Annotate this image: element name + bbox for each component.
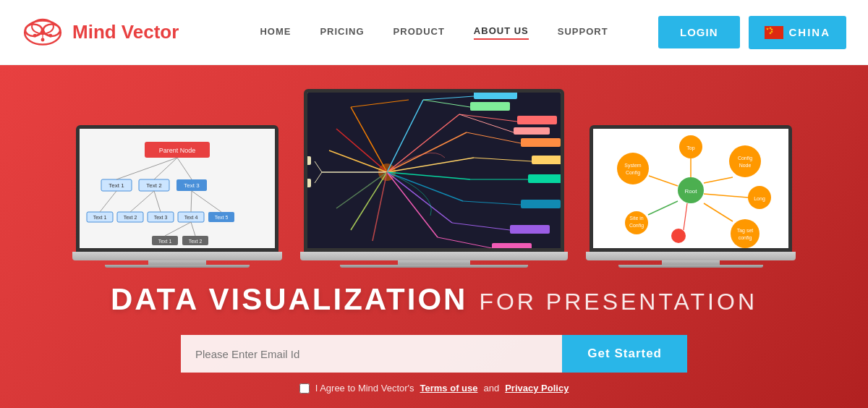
- laptop-center-screen: [304, 89, 564, 252]
- main-nav: HOME PRICING PRODUCT ABOUT US SUPPORT: [210, 25, 658, 40]
- china-label: ChInA: [789, 26, 831, 38]
- terms-of-use-link[interactable]: Terms of use: [420, 383, 478, 394]
- laptop-left-screen: Parent Node Text 1 Text 2 Text 3: [76, 125, 278, 252]
- email-input[interactable]: [181, 335, 562, 373]
- svg-text:Site in: Site in: [629, 216, 644, 221]
- svg-text:Text 3: Text 3: [154, 215, 168, 220]
- svg-text:Text 2: Text 2: [189, 239, 203, 244]
- svg-rect-74: [492, 243, 532, 248]
- svg-point-117: [671, 229, 686, 243]
- laptops-container: Parent Node Text 1 Text 2 Text 3: [0, 80, 868, 268]
- svg-text:System: System: [624, 163, 642, 169]
- nav-support[interactable]: SUPPORT: [558, 26, 608, 39]
- china-button[interactable]: ChInA: [749, 16, 847, 49]
- svg-text:Node: Node: [739, 163, 752, 168]
- svg-text:Text 1: Text 1: [158, 239, 172, 244]
- svg-text:Text 3: Text 3: [184, 182, 200, 189]
- svg-point-98: [729, 145, 761, 177]
- svg-rect-88: [307, 179, 311, 187]
- nav-about-us[interactable]: ABOUT US: [474, 25, 529, 40]
- privacy-policy-link[interactable]: Privacy Policy: [505, 383, 569, 394]
- svg-text:Tag set: Tag set: [737, 228, 754, 234]
- svg-text:Config: Config: [629, 223, 644, 229]
- hero-title-row: DATA VISUALIZATION FOR PRESENTATION: [111, 282, 757, 317]
- screen-right-content: Root Top Config Node Long: [593, 129, 788, 248]
- screen-left-content: Parent Node Text 1 Text 2 Text 3: [80, 129, 275, 248]
- cta-area: Get Started: [181, 335, 687, 373]
- nav-home[interactable]: HOME: [260, 26, 291, 39]
- svg-rect-54: [517, 116, 557, 124]
- nav-pricing[interactable]: PRICING: [320, 26, 364, 39]
- svg-rect-77: [474, 93, 517, 99]
- laptop-right: Root Top Config Node Long: [586, 125, 796, 268]
- terms-checkbox[interactable]: [299, 383, 310, 394]
- terms-area: I Agree to Mind Vector's Terms of use an…: [299, 383, 569, 394]
- svg-text:Text 2: Text 2: [124, 215, 137, 220]
- svg-rect-56: [514, 127, 550, 135]
- svg-rect-71: [510, 225, 550, 234]
- laptop-center: [300, 89, 568, 268]
- svg-rect-65: [528, 174, 561, 183]
- logo-area: Mind Vector: [22, 14, 181, 51]
- logo-text: Mind Vector: [72, 21, 179, 43]
- svg-rect-86: [307, 156, 311, 165]
- mindmap-left-svg: Parent Node Text 1 Text 2 Text 3: [80, 129, 275, 248]
- svg-rect-79: [470, 102, 510, 111]
- svg-text:Root: Root: [685, 188, 698, 195]
- laptop-left: Parent Node Text 1 Text 2 Text 3: [72, 125, 282, 268]
- svg-text:Parent Node: Parent Node: [159, 147, 196, 154]
- svg-text:Config: Config: [626, 170, 640, 176]
- screen-center-content: [307, 93, 561, 248]
- hero-section: Parent Node Text 1 Text 2 Text 3: [0, 65, 868, 408]
- laptop-right-screen: Root Top Config Node Long: [590, 125, 792, 252]
- laptop-left-foot: [105, 265, 250, 268]
- mindmap-right-svg: Root Top Config Node Long: [593, 129, 788, 248]
- logo-icon: [22, 14, 64, 51]
- mindmap-center-svg: [307, 93, 561, 248]
- header-right: LOGIN ChInA: [658, 16, 846, 49]
- hero-title-sub: FOR PRESENTATION: [479, 289, 757, 315]
- china-flag-icon: [765, 26, 783, 39]
- laptop-left-base: [72, 252, 282, 260]
- get-started-button[interactable]: Get Started: [562, 335, 687, 373]
- nav-product[interactable]: PRODUCT: [393, 26, 445, 39]
- terms-text: I Agree to Mind Vector's: [315, 383, 414, 394]
- svg-text:Text 1: Text 1: [109, 182, 124, 189]
- laptop-center-base: [300, 252, 568, 260]
- svg-rect-59: [521, 138, 561, 147]
- svg-text:Text 1: Text 1: [93, 215, 107, 220]
- svg-rect-68: [521, 200, 561, 208]
- svg-point-105: [731, 219, 760, 248]
- terms-and: and: [483, 383, 499, 394]
- laptop-center-foot: [340, 265, 528, 268]
- svg-text:Top: Top: [686, 145, 694, 151]
- svg-text:Config: Config: [738, 156, 752, 161]
- hero-title-main: DATA VISUALIZATION: [111, 282, 467, 317]
- svg-text:config: config: [739, 235, 752, 241]
- svg-text:Text 4: Text 4: [184, 215, 198, 220]
- laptop-right-foot: [618, 265, 763, 268]
- login-button[interactable]: LOGIN: [658, 16, 740, 48]
- hero-text: DATA VISUALIZATION FOR PRESENTATION: [111, 282, 757, 317]
- header: Mind Vector HOME PRICING PRODUCT ABOUT U…: [0, 0, 868, 65]
- svg-text:Long: Long: [754, 196, 765, 202]
- svg-point-109: [617, 153, 649, 184]
- svg-text:Text 5: Text 5: [215, 215, 229, 220]
- laptop-right-base: [586, 252, 796, 260]
- svg-text:Text 2: Text 2: [146, 182, 162, 189]
- svg-rect-62: [532, 156, 561, 164]
